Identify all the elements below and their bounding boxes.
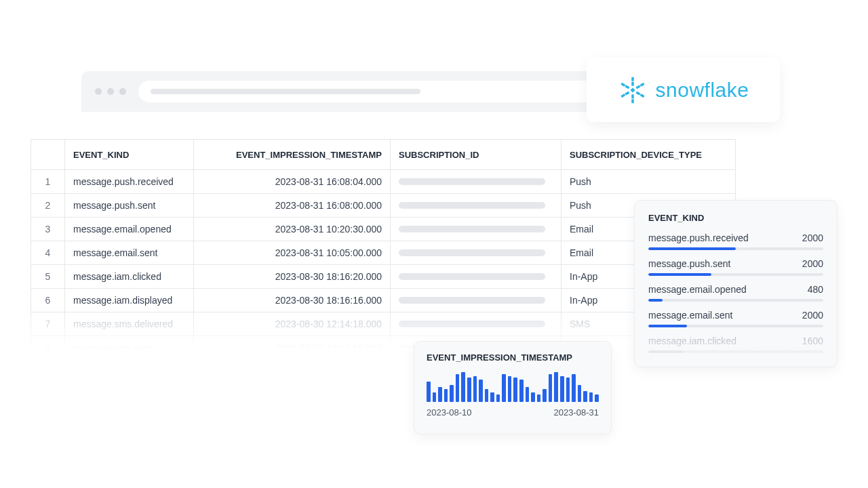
svg-rect-3	[631, 99, 634, 103]
cell-subscription-id	[391, 241, 561, 264]
cell-event-kind: message.sms.delivered	[65, 312, 194, 336]
event-kind-label: message.push.sent	[648, 258, 730, 269]
event-kind-label: message.iam.clicked	[648, 336, 736, 346]
minimize-icon[interactable]	[107, 88, 114, 95]
histogram-bar	[450, 385, 454, 402]
row-number: 2	[31, 194, 65, 217]
svg-rect-12	[630, 87, 635, 92]
svg-rect-9	[625, 85, 629, 89]
event-kind-bar-fill	[648, 350, 684, 353]
event-kind-summary-card: EVENT_KIND message.push.received2000mess…	[634, 200, 837, 367]
histogram-bar	[583, 391, 587, 403]
cell-subscription-id	[391, 218, 561, 241]
redacted-pill	[399, 321, 545, 327]
histogram-bar	[444, 389, 448, 402]
event-kind-row[interactable]: message.email.sent2000	[648, 310, 823, 327]
snowflake-wordmark: snowflake	[656, 79, 749, 102]
table-row[interactable]: 8message.sms.sent2023-08-30 12:14:16.000	[31, 336, 735, 360]
table-row[interactable]: 7message.sms.delivered2023-08-30 12:14:1…	[31, 312, 735, 336]
row-number: 1	[31, 170, 65, 193]
histogram-bar	[427, 382, 431, 402]
histogram-bar	[554, 372, 558, 402]
svg-rect-6	[625, 91, 629, 95]
histogram-bar	[461, 372, 465, 402]
cell-event-kind: message.iam.clicked	[65, 265, 194, 288]
event-kind-card-title: EVENT_KIND	[648, 213, 823, 223]
event-kind-bar-track	[648, 247, 823, 250]
table-row[interactable]: 3message.email.opened2023-08-31 10:20:30…	[31, 218, 735, 241]
histogram-bar	[496, 394, 500, 402]
table-row[interactable]: 1message.push.received2023-08-31 16:08:0…	[31, 170, 735, 194]
histogram-bar	[589, 392, 593, 402]
col-header-device-type[interactable]: SUBSCRIPTION_DEVICE_TYPE	[561, 140, 735, 169]
cell-timestamp: 2023-08-31 10:05:00.000	[194, 241, 391, 264]
histogram-bar	[531, 392, 535, 402]
histogram-bar	[566, 378, 570, 402]
table-row[interactable]: 2message.push.sent2023-08-31 16:08:00.00…	[31, 194, 735, 218]
event-kind-bar-track	[648, 350, 823, 353]
redacted-pill	[399, 249, 545, 256]
event-kind-value: 2000	[802, 258, 823, 269]
event-kind-value: 1600	[802, 336, 823, 346]
address-bar[interactable]	[138, 81, 613, 102]
cell-timestamp: 2023-08-30 18:16:16.000	[194, 289, 391, 312]
col-header-subscription-id[interactable]: SUBSCRIPTION_ID	[391, 140, 561, 169]
cell-timestamp: 2023-08-31 16:08:00.000	[194, 194, 391, 217]
cell-subscription-id	[391, 312, 561, 336]
address-placeholder	[151, 89, 420, 94]
row-number: 4	[31, 241, 65, 264]
snowflake-icon	[618, 75, 648, 105]
svg-rect-11	[639, 94, 644, 98]
event-kind-bar-fill	[648, 273, 711, 276]
event-kind-row[interactable]: message.push.received2000	[648, 232, 823, 250]
timestamp-histogram	[427, 372, 599, 402]
cell-timestamp: 2023-08-31 16:08:04.000	[194, 170, 391, 193]
histogram-bar	[560, 376, 564, 403]
histogram-bar	[513, 378, 517, 402]
cell-timestamp: 2023-08-30 12:14:18.000	[194, 312, 391, 336]
histogram-bar	[473, 376, 477, 403]
event-kind-bar-fill	[648, 325, 687, 327]
svg-rect-10	[635, 91, 640, 95]
svg-rect-7	[620, 94, 625, 98]
cell-timestamp: 2023-08-30 18:16:20.000	[194, 265, 391, 288]
event-kind-row[interactable]: message.iam.clicked1600	[648, 336, 823, 353]
cell-event-kind: message.push.received	[65, 170, 194, 193]
event-kind-row[interactable]: message.email.opened480	[648, 284, 823, 302]
svg-rect-8	[620, 82, 625, 86]
histogram-bar	[578, 385, 582, 402]
event-kind-row[interactable]: message.push.sent2000	[648, 258, 823, 276]
svg-rect-1	[631, 81, 634, 85]
redacted-pill	[399, 273, 545, 280]
timestamp-start-label: 2023-08-10	[427, 407, 472, 418]
svg-rect-4	[639, 82, 644, 86]
col-header-timestamp[interactable]: EVENT_IMPRESSION_TIMESTAMP	[194, 140, 391, 169]
redacted-pill	[399, 226, 545, 232]
events-table: EVENT_KIND EVENT_IMPRESSION_TIMESTAMP SU…	[31, 139, 736, 360]
maximize-icon[interactable]	[119, 88, 126, 95]
cell-subscription-id	[391, 194, 561, 217]
cell-event-kind: message.iam.displayed	[65, 289, 194, 312]
redacted-pill	[399, 178, 545, 185]
row-number: 8	[31, 336, 65, 360]
cell-subscription-id	[391, 170, 561, 193]
row-number: 6	[31, 289, 65, 312]
event-kind-label: message.push.received	[648, 232, 749, 243]
row-number: 3	[31, 218, 65, 241]
window-controls	[95, 88, 126, 95]
col-header-event-kind[interactable]: EVENT_KIND	[65, 140, 194, 169]
cell-event-kind: message.push.sent	[65, 194, 194, 217]
histogram-bar	[542, 389, 547, 402]
event-kind-bar-fill	[648, 247, 736, 250]
event-kind-value: 2000	[802, 232, 823, 243]
timestamp-axis-labels: 2023-08-10 2023-08-31	[427, 407, 599, 418]
table-row[interactable]: 4message.email.sent2023-08-31 10:05:00.0…	[31, 241, 735, 265]
cell-event-kind: message.email.opened	[65, 218, 194, 241]
cell-subscription-id	[391, 289, 561, 312]
histogram-bar	[433, 392, 437, 402]
histogram-bar	[549, 374, 553, 402]
table-row[interactable]: 5message.iam.clicked2023-08-30 18:16:20.…	[31, 265, 735, 289]
table-row[interactable]: 6message.iam.displayed2023-08-30 18:16:1…	[31, 289, 735, 312]
event-kind-value: 2000	[802, 310, 823, 321]
close-icon[interactable]	[95, 88, 102, 95]
